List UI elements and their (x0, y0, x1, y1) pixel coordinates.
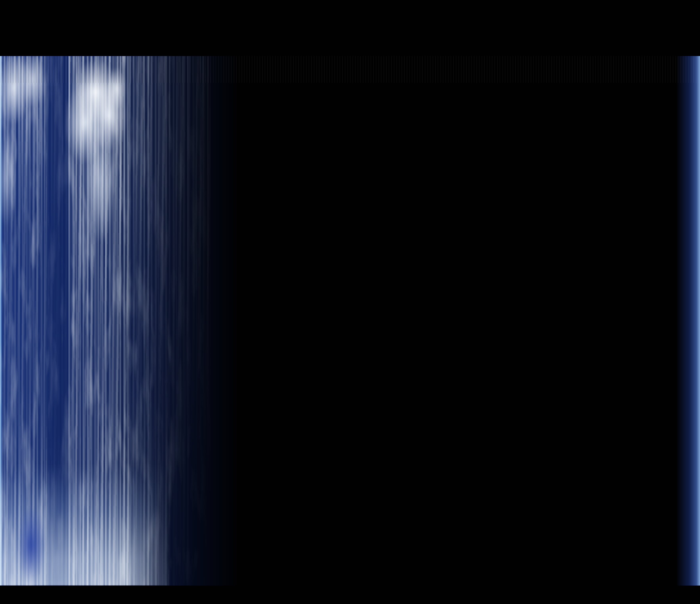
airglow-band-noise (0, 56, 700, 83)
keogram-image (0, 0, 700, 604)
sky-plot-area (0, 56, 700, 585)
left-edge-bright-line (0, 56, 3, 585)
cloud-fade-tail (189, 56, 210, 585)
right-edge-dawn-glow (676, 56, 700, 585)
sensor-grain-overlay (0, 56, 59, 86)
cloud-core-left (0, 56, 64, 274)
cloud-fade-22h10 (169, 56, 189, 585)
airglow-bands (0, 56, 700, 83)
clear-pocket-in-clouds (17, 505, 46, 584)
